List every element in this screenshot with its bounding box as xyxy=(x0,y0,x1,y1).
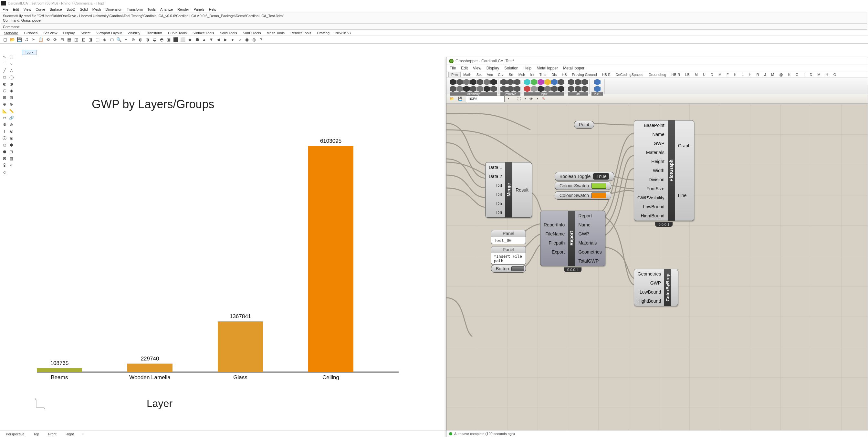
gh-component-icon[interactable] xyxy=(500,79,507,85)
toolbar-icon[interactable]: ▲ xyxy=(201,36,207,43)
tool-icon[interactable]: ⓘ xyxy=(1,135,8,142)
toolbar-icon[interactable]: ◓ xyxy=(158,36,165,43)
toolbar-icon[interactable]: ● xyxy=(229,36,236,43)
gh-tab[interactable]: @ xyxy=(777,72,785,77)
toolbar-icon[interactable]: 🖨 xyxy=(23,36,30,43)
gh-component-icon[interactable] xyxy=(575,86,581,92)
swatch-color-2[interactable] xyxy=(591,192,606,198)
sketch-icon[interactable]: ✎ xyxy=(541,96,547,102)
gh-tab[interactable]: LB xyxy=(683,72,692,77)
gh-component-icon[interactable] xyxy=(568,86,575,92)
menu-curve[interactable]: Curve xyxy=(35,7,45,11)
gh-colour-swatch-1[interactable]: Colour Swatch xyxy=(555,182,611,190)
tool-icon[interactable]: △ xyxy=(8,67,14,74)
gh-tab[interactable]: H xyxy=(731,72,739,77)
gh-tab[interactable]: Int xyxy=(528,72,536,77)
gh-component-icon[interactable] xyxy=(551,86,558,92)
toolbar-icon[interactable]: ✂ xyxy=(30,36,37,43)
toolbar-icon[interactable]: 📋 xyxy=(37,36,44,43)
gh-component-icon[interactable] xyxy=(477,86,483,92)
gh-component-icon[interactable] xyxy=(490,79,497,85)
gh-component-icon[interactable] xyxy=(551,79,558,85)
viewport-tab[interactable]: Top xyxy=(31,432,42,437)
gh-tab[interactable]: Crv xyxy=(496,72,506,77)
toolbar-tab[interactable]: Viewport Layout xyxy=(96,31,122,35)
port[interactable]: LowBound xyxy=(637,203,664,210)
tool-icon[interactable]: ⌒ xyxy=(1,60,8,67)
menu-solid[interactable]: Solid xyxy=(80,7,88,11)
menu-render[interactable]: Render xyxy=(177,7,189,11)
port[interactable]: LowBound xyxy=(637,288,661,295)
gh-button[interactable]: Button xyxy=(491,265,526,273)
port[interactable]: Name xyxy=(637,131,664,138)
gh-component-icon[interactable] xyxy=(470,79,476,85)
gh-tab[interactable]: I xyxy=(801,72,807,77)
gh-menu-item[interactable]: Help xyxy=(524,66,532,70)
viewport-tab[interactable]: Perspective xyxy=(3,432,27,437)
gh-tab[interactable]: G xyxy=(831,72,839,77)
gh-component-icon[interactable] xyxy=(524,86,530,92)
gh-tab[interactable]: M xyxy=(815,72,823,77)
gh-category-tabs[interactable]: PrmMathSetVecCrvSrfMshIntTrnsDisHBProvin… xyxy=(446,71,868,78)
port[interactable]: FileName xyxy=(544,230,565,238)
gh-component-icon[interactable] xyxy=(470,86,476,92)
gh-component-icon[interactable] xyxy=(457,86,463,92)
gh-menu-item[interactable]: Edit xyxy=(461,66,468,70)
port[interactable]: Line xyxy=(678,192,691,199)
toolbar-icon[interactable]: ◐ xyxy=(137,36,144,43)
port[interactable]: Export xyxy=(544,248,565,255)
toolbar-icon[interactable]: ⬡ xyxy=(108,36,115,43)
toolbar-icon[interactable]: ◉ xyxy=(244,36,250,43)
toolbar-tab[interactable]: Transform xyxy=(146,31,162,35)
port[interactable]: Width xyxy=(637,167,664,174)
toolbar-icon[interactable]: ⬚ xyxy=(94,36,101,43)
toolbar-tab[interactable]: SubD Tools xyxy=(243,31,261,35)
tool-icon[interactable]: ⦿ xyxy=(1,162,8,168)
port[interactable]: ReportInfo xyxy=(544,221,565,228)
toolbar-icon[interactable]: ◒ xyxy=(151,36,158,43)
tool-icon[interactable]: ◯ xyxy=(8,74,14,81)
preview-icon[interactable]: 👁 xyxy=(528,96,534,102)
toolbar-icon[interactable]: ◎ xyxy=(251,36,257,43)
gh-panel-2[interactable]: Panel *Insert File path xyxy=(491,246,526,264)
gh-component-icon[interactable] xyxy=(531,79,537,85)
gh-component-icon[interactable] xyxy=(514,79,520,85)
port[interactable]: BasePoint xyxy=(637,122,664,129)
tool-icon[interactable]: ⊠ xyxy=(1,155,8,162)
tool-icon[interactable]: ☯ xyxy=(8,128,14,135)
gh-menubar[interactable]: FileEditViewDisplaySolutionHelpMetaHoppe… xyxy=(446,65,868,71)
menu-dimension[interactable]: Dimension xyxy=(105,7,122,11)
tool-icon[interactable]: ◇ xyxy=(1,169,8,176)
gh-colorbybrep-component[interactable]: GeometriesGWPLowBoundHightBound ColorByB… xyxy=(634,269,678,306)
gh-tab[interactable]: Trns xyxy=(537,72,549,77)
gh-tab[interactable]: Srf xyxy=(506,72,516,77)
tool-icon[interactable]: ⊖ xyxy=(8,101,14,107)
toolbar-icon[interactable]: ⬢ xyxy=(194,36,200,43)
toolbar-tab[interactable]: Solid Tools xyxy=(220,31,237,35)
toolbar-icon[interactable]: ◈ xyxy=(101,36,108,43)
port[interactable]: D4 xyxy=(489,191,502,198)
port[interactable]: Filepath xyxy=(544,239,565,246)
menu-panels[interactable]: Panels xyxy=(193,7,205,11)
toolbar-icon[interactable]: ⟲ xyxy=(44,36,51,43)
gh-boolean-toggle[interactable]: Boolean ToggleTrue xyxy=(555,172,614,181)
rhino-menubar[interactable]: FileEditViewCurveSurfaceSubDSolidMeshDim… xyxy=(0,6,868,12)
toolbar-icon[interactable]: ◑ xyxy=(144,36,151,43)
gh-merge-component[interactable]: Data 1Data 2D3D4D5D6 Merge Result xyxy=(485,162,532,218)
tool-icon[interactable]: ⚙ xyxy=(1,121,8,128)
gh-component-icon[interactable] xyxy=(484,79,490,85)
toolbar-icon[interactable]: ⟳ xyxy=(52,36,58,43)
gh-menu-item[interactable]: Solution xyxy=(504,66,518,70)
gh-tab[interactable]: F xyxy=(724,72,731,77)
port[interactable]: GWPVisibility xyxy=(637,194,664,201)
menu-edit[interactable]: Edit xyxy=(13,7,19,11)
gh-component-icon[interactable] xyxy=(450,79,456,85)
gh-menu-item[interactable]: MetaHopper xyxy=(563,66,584,70)
gh-tab[interactable]: M xyxy=(692,72,700,77)
gh-component-icon[interactable] xyxy=(537,79,544,85)
gh-tab[interactable]: U xyxy=(700,72,708,77)
tool-icon[interactable]: ○ xyxy=(8,60,14,67)
menu-help[interactable]: Help xyxy=(209,7,216,11)
toolbar-icon[interactable]: ▶ xyxy=(222,36,229,43)
port[interactable]: D5 xyxy=(489,200,502,207)
